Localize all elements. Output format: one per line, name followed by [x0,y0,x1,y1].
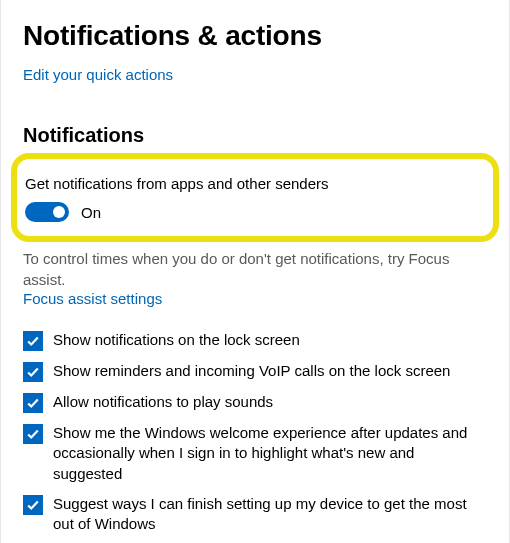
checkmark-icon [23,495,43,515]
checkbox-label: Suggest ways I can finish setting up my … [53,494,483,535]
checkbox-reminders-voip-lock-screen[interactable]: Show reminders and incoming VoIP calls o… [23,361,487,382]
checkmark-icon [23,362,43,382]
master-notifications-toggle[interactable] [25,202,69,222]
checkbox-lock-screen-notifications[interactable]: Show notifications on the lock screen [23,330,487,351]
checkbox-label: Allow notifications to play sounds [53,392,273,412]
checkbox-finish-setup-suggestions[interactable]: Suggest ways I can finish setting up my … [23,494,487,535]
checkmark-icon [23,393,43,413]
checkmark-icon [23,331,43,351]
checkbox-label: Show notifications on the lock screen [53,330,300,350]
focus-assist-settings-link[interactable]: Focus assist settings [23,290,162,307]
checkbox-label: Show reminders and incoming VoIP calls o… [53,361,450,381]
master-toggle-highlight: Get notifications from apps and other se… [11,153,499,242]
checkbox-welcome-experience[interactable]: Show me the Windows welcome experience a… [23,423,487,484]
page-title: Notifications & actions [23,20,487,52]
checkmark-icon [23,424,43,444]
edit-quick-actions-link[interactable]: Edit your quick actions [23,66,173,83]
master-toggle-state: On [81,204,101,221]
master-toggle-label: Get notifications from apps and other se… [25,175,485,192]
focus-assist-help-text: To control times when you do or don't ge… [23,248,487,290]
checkbox-play-sounds[interactable]: Allow notifications to play sounds [23,392,487,413]
notifications-section-title: Notifications [23,124,487,147]
notification-options-list: Show notifications on the lock screen Sh… [23,330,487,543]
toggle-knob-icon [53,206,65,218]
checkbox-label: Show me the Windows welcome experience a… [53,423,483,484]
